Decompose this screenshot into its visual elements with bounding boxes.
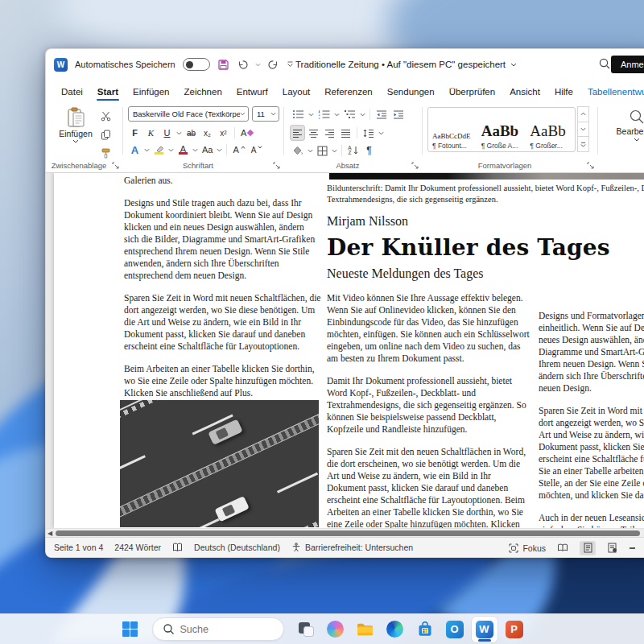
document-title[interactable]: Traditionelle Zeitung • Auf "diesem PC" … (295, 49, 517, 80)
save-icon[interactable] (217, 59, 229, 71)
shrink-font-button[interactable]: A (250, 142, 265, 157)
paste-button[interactable]: Einfügen (57, 107, 94, 143)
underline-dropdown-icon[interactable] (176, 131, 182, 135)
grow-font-button[interactable]: A (231, 142, 246, 157)
cut-button[interactable] (99, 109, 113, 123)
gallery-scroll-down-button[interactable] (577, 122, 589, 138)
decrease-indent-button[interactable] (374, 107, 389, 122)
horizontal-scrollbar[interactable]: ◀ (46, 528, 644, 537)
customize-toolbar-icon[interactable] (287, 61, 294, 68)
clipboard-dialog-launcher-icon[interactable] (112, 162, 119, 169)
change-case-button[interactable]: Aa (200, 142, 214, 157)
shading-button[interactable] (291, 143, 305, 158)
word-count-status[interactable]: 2424 Wörter (114, 543, 161, 552)
line-spacing-button[interactable] (361, 126, 376, 140)
powerpoint-button[interactable]: P (502, 617, 527, 642)
search-icon[interactable] (598, 57, 611, 70)
copilot-button[interactable] (323, 617, 349, 642)
print-layout-button[interactable] (580, 541, 596, 555)
accessibility-status[interactable]: Barrierefreiheit: Untersuchen (291, 543, 413, 552)
highlight-dropdown-icon[interactable] (168, 148, 174, 152)
subscript-button[interactable]: x₂ (200, 126, 214, 140)
bullets-button[interactable] (291, 107, 306, 122)
outlook-button[interactable]: O (442, 617, 468, 642)
sort-button[interactable]: A Z (346, 143, 360, 158)
multilevel-list-button[interactable] (342, 107, 357, 122)
task-view-button[interactable] (293, 617, 319, 642)
document-area[interactable]: Galerien aus. Designs und Stile tragen a… (46, 173, 644, 528)
tab-entwurf[interactable]: Entwurf (229, 83, 275, 102)
gallery-scroll-up-button[interactable] (577, 106, 589, 122)
change-case-dropdown-icon[interactable] (217, 148, 222, 152)
tab-sendungen[interactable]: Sendungen (380, 83, 442, 102)
editing-button[interactable]: Bearbeiten (613, 109, 644, 142)
show-formatting-button[interactable]: ¶ (362, 143, 376, 158)
search-input[interactable] (180, 624, 261, 635)
bold-button[interactable]: F (128, 126, 142, 140)
align-left-button[interactable] (291, 126, 304, 140)
align-right-button[interactable] (323, 126, 336, 140)
format-painter-button[interactable] (99, 146, 113, 160)
tab-tabellenentwurf[interactable]: Tabellenentwurf (580, 83, 644, 102)
read-mode-button[interactable] (555, 541, 571, 555)
font-dialog-launcher-icon[interactable] (273, 162, 280, 169)
document-page[interactable]: Galerien aus. Designs und Stile tragen a… (54, 173, 644, 528)
file-explorer-button[interactable] (353, 617, 378, 642)
sign-in-button[interactable]: Anmelden (611, 56, 644, 73)
proofing-status-button[interactable] (172, 543, 183, 552)
italic-button[interactable]: K (144, 126, 158, 140)
word-taskbar-button[interactable]: W (472, 617, 497, 642)
redo-icon[interactable] (268, 60, 279, 70)
highlight-color-button[interactable] (152, 142, 166, 157)
shading-dropdown-icon[interactable] (308, 149, 313, 153)
increase-indent-button[interactable] (391, 107, 406, 122)
numbering-button[interactable] (316, 107, 332, 122)
tab-ansicht[interactable]: Ansicht (502, 83, 547, 102)
tab-datei[interactable]: Datei (54, 83, 90, 102)
text-effects-dropdown-icon[interactable] (144, 148, 150, 152)
edge-button[interactable] (382, 617, 408, 642)
language-status[interactable]: Deutsch (Deutschland) (194, 543, 280, 552)
styles-dialog-launcher-icon[interactable] (587, 162, 594, 169)
tab-referenzen[interactable]: Referenzen (317, 83, 379, 102)
copy-button[interactable] (99, 127, 113, 142)
undo-dropdown-icon[interactable] (255, 63, 261, 67)
style-item-grosser-titel[interactable]: AaBb ¶ Großer... (526, 108, 575, 151)
style-item-fotountertitel[interactable]: AaBbCcDdE ¶ Fotount... (428, 108, 477, 151)
scroll-left-arrow-icon[interactable]: ◀ (47, 530, 54, 537)
clear-formatting-button[interactable]: A (239, 126, 254, 140)
borders-dropdown-icon[interactable] (332, 149, 337, 153)
tab-hilfe[interactable]: Hilfe (547, 83, 580, 102)
numbering-dropdown-icon[interactable] (334, 113, 340, 117)
justify-button[interactable] (339, 126, 353, 140)
zoom-out-button[interactable] (630, 547, 635, 549)
microsoft-store-button[interactable] (412, 617, 438, 642)
font-name-combobox[interactable]: Baskerville Old Face (Textkörper) (128, 106, 249, 122)
font-color-button[interactable]: A (176, 142, 190, 157)
tab-layout[interactable]: Layout (275, 83, 318, 102)
web-layout-button[interactable] (605, 541, 621, 555)
start-button[interactable] (118, 617, 143, 642)
superscript-button[interactable]: x² (217, 126, 230, 140)
align-center-button[interactable] (307, 126, 320, 140)
font-size-combobox[interactable]: 11 (252, 106, 279, 122)
gallery-more-button[interactable] (577, 136, 589, 152)
borders-button[interactable] (316, 143, 329, 158)
line-spacing-dropdown-icon[interactable] (378, 131, 384, 135)
page-number-status[interactable]: Seite 1 von 4 (54, 543, 103, 552)
focus-mode-button[interactable]: Fokus (509, 543, 546, 553)
text-effects-button[interactable]: A (128, 142, 142, 157)
tab-start[interactable]: Start (90, 83, 126, 102)
style-item-grosse-anfangszeile[interactable]: AaBb ¶ Große A... (477, 108, 526, 151)
bullets-dropdown-icon[interactable] (308, 113, 314, 117)
tab-ueberpruefen[interactable]: Überprüfen (442, 83, 503, 102)
horizontal-scrollbar-thumb[interactable] (56, 530, 640, 536)
strikethrough-button[interactable]: ab (184, 126, 198, 140)
underline-button[interactable]: U (160, 126, 174, 140)
tab-einfuegen[interactable]: Einfügen (126, 83, 176, 102)
taskbar-search[interactable] (152, 617, 284, 641)
paragraph-dialog-launcher-icon[interactable] (411, 162, 419, 169)
autosave-toggle[interactable] (183, 58, 210, 71)
font-color-dropdown-icon[interactable] (192, 148, 198, 152)
undo-icon[interactable] (237, 60, 248, 70)
